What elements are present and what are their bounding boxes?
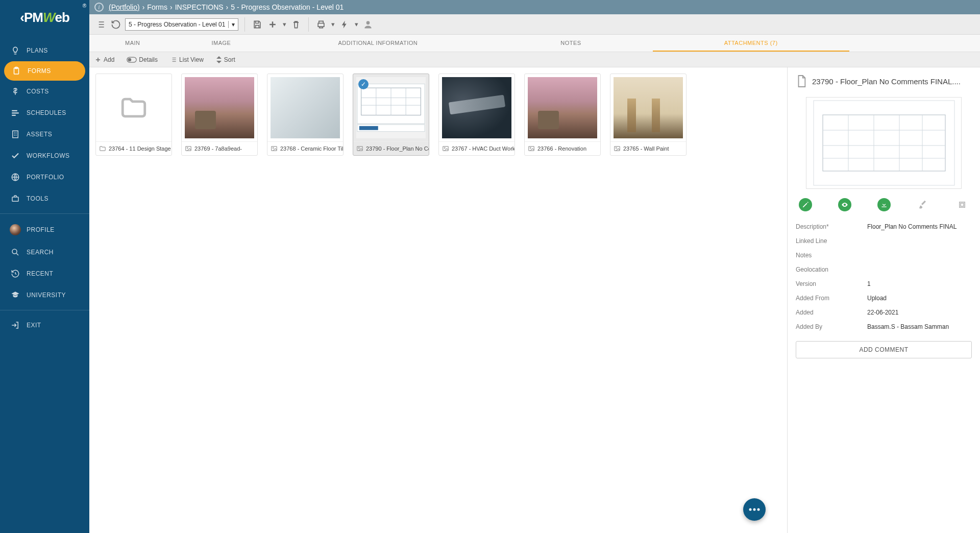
sidebar-item-label: EXIT: [27, 322, 41, 329]
sidebar-item-label: PROFILE: [27, 226, 55, 233]
sidebar-item-exit[interactable]: EXIT: [0, 314, 89, 336]
attachment-label: 23768 - Ceramic Floor Tiling: [280, 146, 343, 152]
attachment-card[interactable]: ✓: [353, 74, 429, 156]
svg-point-27: [358, 148, 359, 149]
history-icon[interactable]: [110, 18, 122, 31]
sidebar-item-costs[interactable]: COSTS: [0, 81, 89, 102]
fab-more[interactable]: [743, 498, 766, 521]
breadcrumb: i (Portfolio) › Forms › INSPECTIONS › 5 …: [89, 0, 980, 14]
bolt-icon[interactable]: [338, 18, 351, 31]
attachment-label: 23769 - 7a8a9ead-: [194, 146, 242, 152]
logo[interactable]: ‹PMWeb ®: [0, 0, 89, 35]
svg-rect-5: [13, 131, 18, 138]
detail-title: 23790 - Floor_Plan No Comments FINAL....: [812, 77, 961, 86]
selected-check-icon: ✓: [358, 79, 369, 89]
svg-point-14: [187, 148, 188, 149]
sidebar-item-label: SEARCH: [27, 249, 54, 256]
svg-point-45: [749, 508, 752, 511]
svg-rect-25: [359, 126, 378, 130]
thumbnail: [614, 77, 683, 138]
attachment-card[interactable]: 23768 - Ceramic Floor Tiling: [267, 74, 344, 156]
sidebar-item-forms[interactable]: FORMS: [4, 61, 85, 81]
tab-additional-info[interactable]: ADDITIONAL INFORMATION: [266, 35, 489, 52]
plus-icon: [94, 56, 102, 63]
sidebar-item-tools[interactable]: TOOLS: [0, 188, 89, 209]
tabs: MAIN IMAGE ADDITIONAL INFORMATION NOTES …: [89, 35, 980, 52]
attachment-card[interactable]: 23767 - HVAC Duct Work: [438, 74, 515, 156]
exit-icon: [9, 321, 21, 330]
folder-icon: [99, 145, 106, 152]
sidebar-item-label: TOOLS: [27, 195, 48, 202]
edit-action[interactable]: [799, 198, 812, 211]
folder-icon: [116, 93, 152, 123]
attachment-card[interactable]: 23769 - 7a8a9ead-: [181, 74, 258, 156]
detail-preview[interactable]: [806, 97, 962, 189]
sidebar-item-search[interactable]: SEARCH: [0, 241, 89, 263]
lightbulb-icon: [9, 46, 21, 55]
sort-button[interactable]: Sort: [216, 56, 235, 63]
info-icon[interactable]: i: [94, 3, 104, 12]
user-icon[interactable]: [362, 18, 374, 31]
record-selector[interactable]: 5 - Progress Observation - Level 01 ▾: [125, 18, 238, 31]
svg-rect-32: [615, 147, 620, 151]
svg-point-8: [12, 249, 17, 254]
sidebar-item-university[interactable]: UNIVERSITY: [0, 284, 89, 306]
svg-point-31: [530, 148, 531, 149]
detail-panel: 23790 - Floor_Plan No Comments FINAL....: [787, 67, 980, 533]
tab-notes[interactable]: NOTES: [489, 35, 652, 52]
tab-image[interactable]: IMAGE: [176, 35, 267, 52]
svg-rect-34: [814, 101, 954, 185]
list-icon[interactable]: [94, 18, 107, 31]
breadcrumb-segment[interactable]: INSPECTIONS: [175, 3, 224, 11]
attachment-label: 23767 - HVAC Duct Work: [452, 146, 514, 152]
save-icon[interactable]: [251, 18, 263, 31]
svg-rect-4: [12, 115, 16, 116]
download-action[interactable]: [877, 198, 891, 211]
prop-added-by: Bassam.S - Bassam Samman: [867, 323, 949, 330]
sidebar-item-schedules[interactable]: SCHEDULES: [0, 102, 89, 124]
crop-action[interactable]: [955, 198, 969, 211]
detail-properties: Description*Floor_Plan No Comments FINAL…: [796, 220, 972, 334]
svg-rect-7: [12, 197, 18, 201]
add-icon[interactable]: [266, 18, 279, 31]
building-icon: [9, 130, 21, 139]
sidebar-item-profile[interactable]: PROFILE: [0, 218, 89, 241]
attachment-card[interactable]: 23765 - Wall Paint: [610, 74, 687, 156]
add-comment-button[interactable]: ADD COMMENT: [796, 341, 972, 358]
print-dropdown-icon[interactable]: ▾: [330, 18, 335, 31]
sidebar-item-plans[interactable]: PLANS: [0, 40, 89, 61]
attachment-card[interactable]: 23764 - 11 Design Stage: [95, 74, 172, 156]
svg-point-10: [366, 21, 370, 25]
breadcrumb-segment[interactable]: Forms: [147, 3, 167, 11]
attachment-label: 23764 - 11 Design Stage: [109, 146, 171, 152]
prop-added-from: Upload: [867, 295, 887, 302]
svg-point-46: [753, 508, 756, 511]
attachment-label: 23790 - Floor_Plan No Com...: [366, 146, 429, 152]
sidebar-item-recent[interactable]: RECENT: [0, 263, 89, 284]
add-button[interactable]: Add: [94, 56, 114, 63]
svg-rect-30: [529, 147, 534, 151]
view-action[interactable]: [838, 198, 851, 211]
svg-rect-2: [12, 110, 17, 111]
breadcrumb-root[interactable]: (Portfolio): [109, 3, 140, 11]
attachment-card[interactable]: 23766 - Renovation: [524, 74, 601, 156]
bolt-dropdown-icon[interactable]: ▾: [354, 18, 359, 31]
svg-point-33: [616, 148, 617, 149]
svg-point-47: [757, 508, 760, 511]
add-dropdown-icon[interactable]: ▾: [282, 18, 287, 31]
print-icon[interactable]: [315, 18, 327, 31]
tab-main[interactable]: MAIN: [89, 35, 176, 52]
prop-description: Floor_Plan No Comments FINAL: [867, 223, 957, 230]
sidebar-item-portfolio[interactable]: PORTFOLIO: [0, 166, 89, 188]
dollar-icon: [9, 87, 21, 96]
list-view-button[interactable]: List View: [170, 56, 204, 63]
pdf-icon: [796, 75, 807, 88]
sidebar-item-workflows[interactable]: WORKFLOWS: [0, 145, 89, 166]
sidebar-item-assets[interactable]: ASSETS: [0, 124, 89, 145]
brush-action[interactable]: [916, 198, 929, 211]
delete-icon[interactable]: [290, 18, 302, 31]
bars-icon: [9, 108, 21, 117]
details-toggle[interactable]: Details: [127, 56, 158, 63]
prop-version: 1: [867, 280, 871, 287]
tab-attachments[interactable]: ATTACHMENTS (7): [653, 35, 849, 52]
